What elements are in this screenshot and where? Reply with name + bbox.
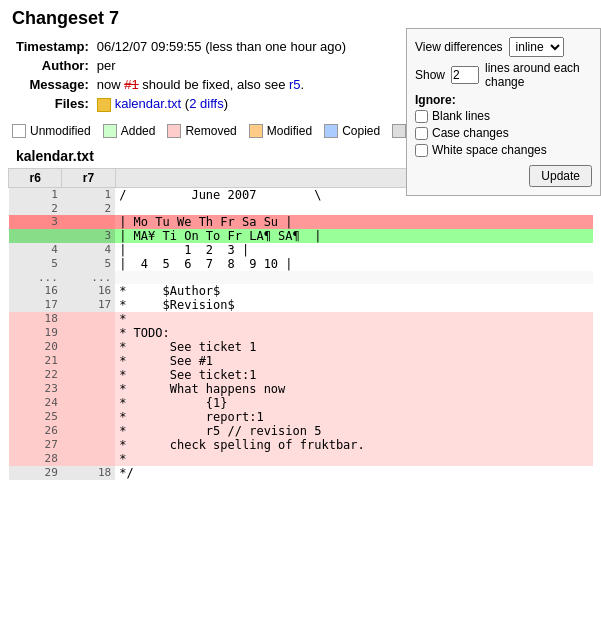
line-num-r6: 3: [9, 215, 62, 229]
blank-lines-label: Blank lines: [432, 109, 490, 123]
line-num-r6: ...: [9, 271, 62, 284]
unmodified-label: Unmodified: [30, 124, 91, 138]
line-num-r6: 17: [9, 298, 62, 312]
line-num-r6: 20: [9, 340, 62, 354]
lines-input[interactable]: [451, 66, 479, 84]
line-content: | 1 2 3 |: [115, 243, 592, 257]
copied-box: [324, 124, 338, 138]
message-text: now: [97, 77, 124, 92]
col-r7: r7: [62, 168, 115, 187]
line-num-r7: [62, 368, 115, 382]
line-content: * {1}: [115, 396, 592, 410]
white-space-row: White space changes: [415, 143, 592, 157]
removed-box: [167, 124, 181, 138]
show-label: Show: [415, 68, 445, 82]
page-title: Changeset 7: [12, 8, 589, 29]
ticket-link-text: #1: [124, 77, 138, 92]
line-num-r6: 18: [9, 312, 62, 326]
line-num-r6: 22: [9, 368, 62, 382]
line-num-r6: 2: [9, 202, 62, 215]
line-content: | MA¥ Ti On To Fr LA¶ SA¶ |: [115, 229, 592, 243]
white-space-checkbox[interactable]: [415, 144, 428, 157]
line-content: * $Author$: [115, 284, 592, 298]
line-num-r7: 16: [62, 284, 115, 298]
line-num-r7: [62, 424, 115, 438]
line-num-r7: 2: [62, 202, 115, 215]
table-row: 19* TODO:: [9, 326, 593, 340]
line-num-r7: 18: [62, 466, 115, 480]
table-row: 1616* $Author$: [9, 284, 593, 298]
table-row: 18*: [9, 312, 593, 326]
line-num-r6: 26: [9, 424, 62, 438]
line-num-r7: [62, 382, 115, 396]
case-changes-row: Case changes: [415, 126, 592, 140]
line-content: | Mo Tu We Th Fr Sa Su |: [115, 215, 592, 229]
legend-item-modified: Modified: [249, 124, 312, 138]
message-end: .: [301, 77, 305, 92]
table-row: 25* report:1: [9, 410, 593, 424]
table-row: 3| Mo Tu We Th Fr Sa Su |: [9, 215, 593, 229]
line-content: *: [115, 452, 592, 466]
blank-lines-row: Blank lines: [415, 109, 592, 123]
show-lines-row: Show lines around each change: [415, 61, 592, 89]
line-num-r6: 19: [9, 326, 62, 340]
added-box: [103, 124, 117, 138]
inline-select[interactable]: inline: [509, 37, 564, 57]
table-row: 44| 1 2 3 |: [9, 243, 593, 257]
moved-box: [392, 124, 406, 138]
removed-label: Removed: [185, 124, 236, 138]
table-row: 23* What happens now: [9, 382, 593, 396]
line-num-r7: [62, 312, 115, 326]
diff-table: r6 r7 11/ June 2007 \223| Mo Tu We Th Fr…: [8, 168, 593, 480]
line-content: | 4 5 6 7 8 9 10 |: [115, 257, 592, 271]
table-row: ......: [9, 271, 593, 284]
diff-options-panel: View differences inline Show lines aroun…: [406, 28, 601, 196]
line-num-r7: [62, 438, 115, 452]
update-button[interactable]: Update: [529, 165, 592, 187]
line-num-r6: 27: [9, 438, 62, 452]
timestamp-label: Timestamp:: [12, 37, 93, 56]
table-row: 22* See ticket:1: [9, 368, 593, 382]
files-label: Files:: [12, 94, 93, 114]
file-icon: [97, 98, 111, 112]
blank-lines-checkbox[interactable]: [415, 110, 428, 123]
view-differences-row: View differences inline: [415, 37, 592, 57]
line-num-r7: 1: [62, 187, 115, 202]
modified-box: [249, 124, 263, 138]
line-num-r6: 25: [9, 410, 62, 424]
case-changes-checkbox[interactable]: [415, 127, 428, 140]
message-content: now #1 should be fixed, also see r5.: [93, 75, 350, 94]
line-content: [115, 202, 592, 215]
line-num-r7: 4: [62, 243, 115, 257]
line-content: * See ticket 1: [115, 340, 592, 354]
line-content: * See ticket:1: [115, 368, 592, 382]
line-content: * report:1: [115, 410, 592, 424]
line-num-r7: [62, 410, 115, 424]
white-space-label: White space changes: [432, 143, 547, 157]
line-content: * See #1: [115, 354, 592, 368]
r5-link[interactable]: r5: [289, 77, 301, 92]
line-num-r6: 24: [9, 396, 62, 410]
line-num-r6: 29: [9, 466, 62, 480]
lines-suffix: lines around each change: [485, 61, 592, 89]
line-num-r6: 4: [9, 243, 62, 257]
line-content: * r5 // revision 5: [115, 424, 592, 438]
view-differences-label: View differences: [415, 40, 503, 54]
line-num-r6: 1: [9, 187, 62, 202]
line-num-r6: 23: [9, 382, 62, 396]
line-num-r7: 5: [62, 257, 115, 271]
diffs-link[interactable]: 2 diffs: [189, 96, 223, 111]
file-link[interactable]: kalendar.txt: [115, 96, 182, 111]
table-row: 21* See #1: [9, 354, 593, 368]
table-row: 26* r5 // revision 5: [9, 424, 593, 438]
timestamp-value: 06/12/07 09:59:55 (less than one hour ag…: [93, 37, 350, 56]
files-content: kalendar.txt (2 diffs): [93, 94, 350, 114]
line-content: */: [115, 466, 592, 480]
ticket-link[interactable]: #1: [124, 77, 138, 92]
table-row: 22: [9, 202, 593, 215]
table-row: 20* See ticket 1: [9, 340, 593, 354]
author-label: Author:: [12, 56, 93, 75]
line-content: * What happens now: [115, 382, 592, 396]
modified-label: Modified: [267, 124, 312, 138]
unmodified-box: [12, 124, 26, 138]
